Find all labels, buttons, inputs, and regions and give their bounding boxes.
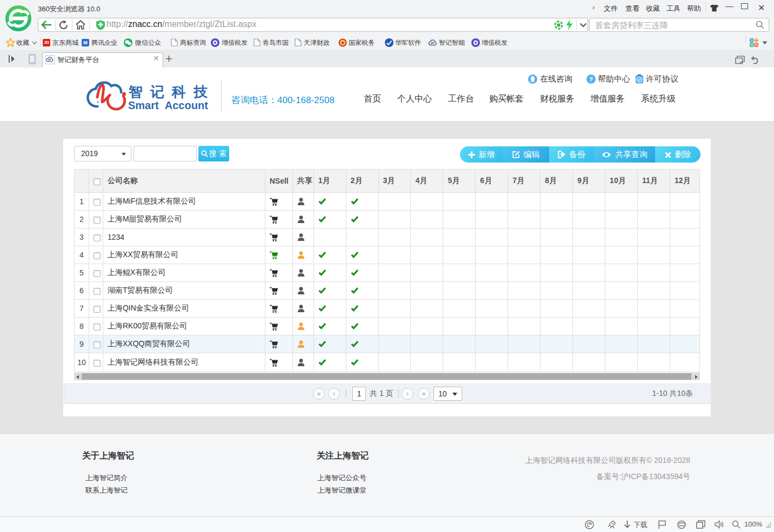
svg-text:?: ? bbox=[589, 76, 593, 83]
